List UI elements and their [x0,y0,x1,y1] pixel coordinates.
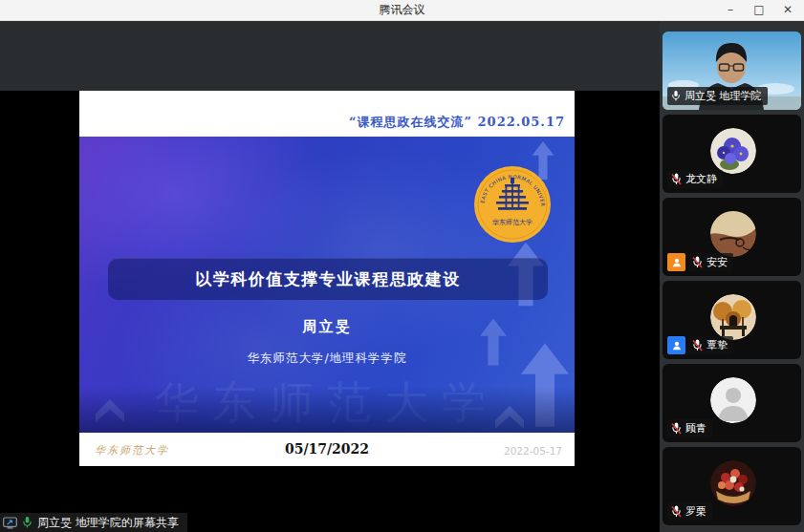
participant-name: 龙文静 [685,172,717,186]
mic-muted-icon [692,339,703,351]
participant-tile[interactable]: 龙文静 [663,115,801,193]
maximize-icon[interactable]: □ [749,0,770,21]
slide-header-strip: “课程思政在线交流” 2022.05.17 [79,91,575,137]
close-icon[interactable]: ✕ [777,0,798,21]
slide-footer-strip: 华东师范大学 05/17/2022 2022-05-17 [79,433,575,466]
participant-name: 罗栗 [685,504,706,519]
participant-name: 周立旻 地理学院 [684,89,762,103]
ecnu-logo: EAST CHINA NORMAL UNIVERSITY 华东师范大学 [473,165,552,244]
participant-tile[interactable]: 罗栗 [663,447,801,525]
slide-header-text: “课程思政在线交流” 2022.05.17 [349,114,565,131]
participant-name: 安安 [706,255,728,269]
mic-icon [671,90,681,102]
presentation-slide: “课程思政在线交流” 2022.05.17 [79,91,575,466]
participant-tile[interactable]: 周立旻 地理学院 [663,32,801,110]
participant-name-badge: 龙文静 [667,170,723,188]
screen-share-banner-text: 周立旻 地理学院的屏幕共享 [37,515,179,531]
person-badge-icon [667,253,685,271]
participant-tile[interactable]: 覃挚 [663,281,801,359]
participants-sidebar[interactable]: 周立旻 地理学院 [660,21,804,532]
screen-share-banner: 周立旻 地理学院的屏幕共享 [0,513,187,532]
mic-muted-icon [671,173,682,185]
participant-name-badge: 顾青 [667,419,712,437]
window-controls: – □ ✕ [720,0,798,21]
slide-footer-university: 华东师范大学 [95,443,169,458]
avatar [710,377,756,423]
avatar [710,128,756,174]
mic-muted-icon [671,422,682,435]
screen-share-icon [3,517,17,529]
avatar [710,460,756,506]
slide-affiliation: 华东师范大学/地理科学学院 [79,351,575,367]
mic-muted-icon [671,505,682,518]
person-badge-icon [667,336,685,354]
participant-name-badge: 覃挚 [688,336,733,354]
window-title: 腾讯会议 [0,0,804,21]
mic-icon [22,516,33,529]
mic-muted-icon [692,256,703,268]
slide-title-band: 以学科价值支撑专业课程思政建设 [108,258,548,300]
slide-title: 以学科价值支撑专业课程思政建设 [108,258,548,300]
slide-speaker: 周立旻 [79,318,575,336]
participant-tile[interactable]: 顾青 [663,364,801,442]
minimize-icon[interactable]: – [720,0,741,21]
slide-bottom-shade [79,387,575,433]
avatar [710,211,756,257]
shared-screen-area: “课程思政在线交流” 2022.05.17 [0,21,660,532]
titlebar: 腾讯会议 – □ ✕ [0,0,804,21]
logo-cn-text: 华东师范大学 [492,219,532,226]
slide-footer-date-alt: 2022-05-17 [504,445,562,457]
avatar [710,294,756,340]
meeting-window: 腾讯会议 – □ ✕ “课程思政在线交流” 2022.05.17 [0,0,804,532]
participant-name: 覃挚 [706,338,728,352]
slide-body: EAST CHINA NORMAL UNIVERSITY 华东师范大学 [79,137,575,433]
participant-name-badge: 周立旻 地理学院 [667,87,768,105]
participant-tile[interactable]: 安安 [663,198,801,276]
shared-screen-top-strip [0,21,660,91]
participant-name-badge: 安安 [688,253,733,271]
participant-name: 顾青 [685,421,706,436]
participant-name-badge: 罗栗 [667,502,712,521]
